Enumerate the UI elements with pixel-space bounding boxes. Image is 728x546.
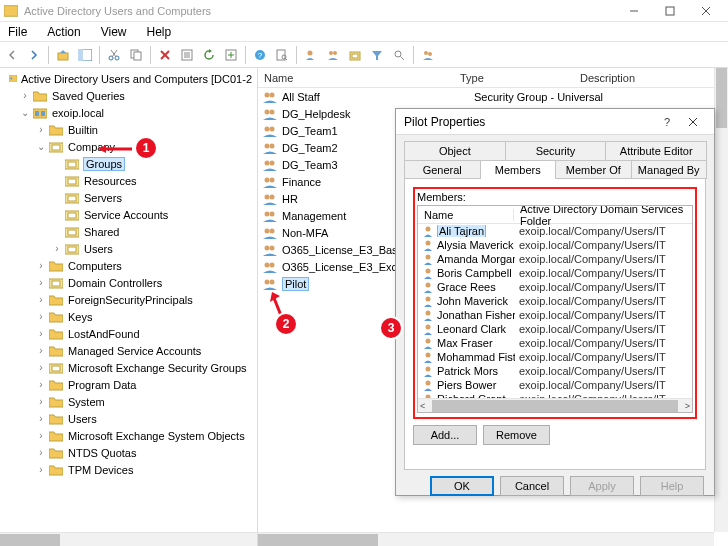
tree-twisty-icon[interactable]: › <box>34 260 48 271</box>
remove-button[interactable]: Remove <box>483 425 550 445</box>
tree-root[interactable]: Active Directory Users and Computers [DC… <box>0 70 257 87</box>
member-row[interactable]: Grace Reesexoip.local/Company/Users/IT <box>418 280 692 294</box>
tree-twisty-icon[interactable]: › <box>34 277 48 288</box>
add-to-group-icon[interactable] <box>418 45 438 65</box>
menu-help[interactable]: Help <box>143 23 176 41</box>
tree-twisty-icon[interactable]: › <box>50 243 64 254</box>
new-user-icon[interactable] <box>301 45 321 65</box>
members-col-name[interactable]: Name <box>418 209 514 221</box>
tab-attribute-editor[interactable]: Attribute Editor <box>605 141 707 160</box>
tree-node[interactable]: ›Computers <box>0 257 257 274</box>
menu-action[interactable]: Action <box>43 23 84 41</box>
tree-node[interactable]: ›Domain Controllers <box>0 274 257 291</box>
member-row[interactable]: Alysia Maverickexoip.local/Company/Users… <box>418 238 692 252</box>
tree-node[interactable]: ›TPM Devices <box>0 461 257 478</box>
tree-node[interactable]: ›Microsoft Exchange System Objects <box>0 427 257 444</box>
tree-twisty-icon[interactable]: › <box>18 90 32 101</box>
menu-file[interactable]: File <box>4 23 31 41</box>
member-row[interactable]: Leonard Clarkexoip.local/Company/Users/I… <box>418 322 692 336</box>
tree-twisty-icon[interactable]: › <box>34 379 48 390</box>
maximize-button[interactable] <box>652 1 688 21</box>
dialog-titlebar[interactable]: Pilot Properties ? <box>396 109 714 135</box>
tree-twisty-icon[interactable]: › <box>34 328 48 339</box>
tree-twisty-icon[interactable]: › <box>34 124 48 135</box>
tree-node[interactable]: Shared <box>0 223 257 240</box>
tab-object[interactable]: Object <box>404 141 506 160</box>
tree-node[interactable]: Groups <box>0 155 257 172</box>
search-icon[interactable] <box>389 45 409 65</box>
member-row[interactable]: Piers Bowerexoip.local/Company/Users/IT <box>418 378 692 392</box>
member-row[interactable]: Patrick Morsexoip.local/Company/Users/IT <box>418 364 692 378</box>
refresh-icon[interactable] <box>199 45 219 65</box>
apply-button[interactable]: Apply <box>570 476 634 496</box>
dialog-close-button[interactable] <box>680 112 706 132</box>
copy-icon[interactable] <box>126 45 146 65</box>
menu-view[interactable]: View <box>97 23 131 41</box>
tree-node[interactable]: ›NTDS Quotas <box>0 444 257 461</box>
tree-twisty-icon[interactable]: › <box>34 311 48 322</box>
members-col-folder[interactable]: Active Directory Domain Services Folder <box>514 205 692 227</box>
member-row[interactable]: John Maverickexoip.local/Company/Users/I… <box>418 294 692 308</box>
help-button[interactable]: Help <box>640 476 704 496</box>
tree-node[interactable]: ›LostAndFound <box>0 325 257 342</box>
minimize-button[interactable] <box>616 1 652 21</box>
members-list[interactable]: Name Active Directory Domain Services Fo… <box>417 205 693 413</box>
ok-button[interactable]: OK <box>430 476 494 496</box>
cut-icon[interactable] <box>104 45 124 65</box>
delete-icon[interactable] <box>155 45 175 65</box>
tab-member-of[interactable]: Member Of <box>555 160 632 179</box>
tree-node[interactable]: ›Keys <box>0 308 257 325</box>
tree-twisty-icon[interactable]: ⌄ <box>18 107 32 118</box>
member-row[interactable]: Amanda Morganexoip.local/Company/Users/I… <box>418 252 692 266</box>
tree-node[interactable]: ›Microsoft Exchange Security Groups <box>0 359 257 376</box>
col-desc[interactable]: Description <box>574 72 728 84</box>
export-icon[interactable] <box>221 45 241 65</box>
tree-twisty-icon[interactable]: › <box>34 396 48 407</box>
tree-twisty-icon[interactable]: › <box>34 447 48 458</box>
tree-node[interactable]: Servers <box>0 189 257 206</box>
list-scrollbar-x[interactable] <box>258 532 714 546</box>
tab-managed-by[interactable]: Managed By <box>631 160 708 179</box>
tree-node[interactable]: Resources <box>0 172 257 189</box>
member-row[interactable]: Jonathan Fisherexoip.local/Company/Users… <box>418 308 692 322</box>
help-icon[interactable]: ? <box>250 45 270 65</box>
col-name[interactable]: Name <box>258 72 454 84</box>
tab-members[interactable]: Members <box>480 160 557 179</box>
list-item[interactable]: All StaffSecurity Group - Universal <box>258 88 728 105</box>
list-scrollbar-y[interactable] <box>714 68 728 532</box>
members-scrollbar-x[interactable]: <> <box>418 398 692 412</box>
tree-twisty-icon[interactable]: › <box>34 362 48 373</box>
forward-icon[interactable] <box>24 45 44 65</box>
member-row[interactable]: Max Fraserexoip.local/Company/Users/IT <box>418 336 692 350</box>
properties-icon[interactable] <box>177 45 197 65</box>
tree-twisty-icon[interactable]: › <box>34 413 48 424</box>
members-header[interactable]: Name Active Directory Domain Services Fo… <box>418 206 692 224</box>
tree-twisty-icon[interactable]: › <box>34 464 48 475</box>
close-button[interactable] <box>688 1 724 21</box>
find-icon[interactable] <box>272 45 292 65</box>
tree-twisty-icon[interactable]: › <box>34 294 48 305</box>
tree-node[interactable]: ›ForeignSecurityPrincipals <box>0 291 257 308</box>
tree-node[interactable]: ›Builtin <box>0 121 257 138</box>
member-row[interactable]: Boris Campbellexoip.local/Company/Users/… <box>418 266 692 280</box>
add-button[interactable]: Add... <box>413 425 477 445</box>
tab-security[interactable]: Security <box>505 141 607 160</box>
tree-node[interactable]: ›Program Data <box>0 376 257 393</box>
member-row[interactable]: Mohammad Fistakexoip.local/Company/Users… <box>418 350 692 364</box>
tree-node[interactable]: ›System <box>0 393 257 410</box>
new-group-icon[interactable] <box>323 45 343 65</box>
member-row[interactable]: Ali Tajranexoip.local/Company/Users/IT <box>418 224 692 238</box>
back-icon[interactable] <box>2 45 22 65</box>
console-tree[interactable]: Active Directory Users and Computers [DC… <box>0 68 258 546</box>
new-ou-icon[interactable] <box>345 45 365 65</box>
tree-twisty-icon[interactable]: ⌄ <box>34 141 48 152</box>
tab-general[interactable]: General <box>404 160 481 179</box>
tree-node[interactable]: ›Users <box>0 240 257 257</box>
show-hide-tree-icon[interactable] <box>75 45 95 65</box>
tree-node[interactable]: ⌄exoip.local <box>0 104 257 121</box>
tree-twisty-icon[interactable]: › <box>34 430 48 441</box>
filter-icon[interactable] <box>367 45 387 65</box>
tree-scrollbar-x[interactable] <box>0 532 257 546</box>
tree-node[interactable]: ›Saved Queries <box>0 87 257 104</box>
list-header[interactable]: Name Type Description <box>258 68 728 88</box>
